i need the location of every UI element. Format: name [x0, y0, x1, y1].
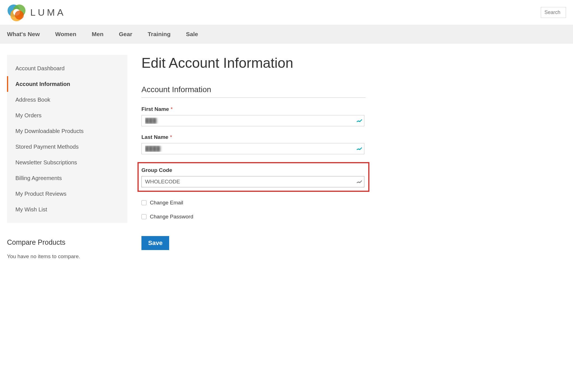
svg-point-4 — [15, 11, 24, 20]
page-title: Edit Account Information — [141, 55, 365, 71]
nav-sale[interactable]: Sale — [186, 25, 198, 44]
search-input[interactable] — [541, 7, 566, 18]
brand-name: LUMA — [30, 7, 66, 18]
save-button[interactable]: Save — [141, 236, 169, 250]
last-name-field: Last Name* — [141, 134, 365, 154]
nav-whats-new[interactable]: What's New — [7, 25, 40, 44]
sidebar-item-newsletter[interactable]: Newsletter Subscriptions — [7, 155, 127, 170]
autofill-icon — [356, 146, 363, 151]
change-email-checkbox[interactable] — [141, 200, 146, 205]
autofill-icon — [356, 179, 363, 184]
sidebar-nav: Account Dashboard Account Information Ad… — [7, 55, 127, 223]
first-name-field: First Name* — [141, 106, 365, 126]
nav-training[interactable]: Training — [148, 25, 171, 44]
nav-women[interactable]: Women — [55, 25, 76, 44]
sidebar-item-payment-methods[interactable]: Stored Payment Methods — [7, 139, 127, 155]
luma-logo-icon — [7, 3, 26, 22]
change-password-checkbox[interactable] — [141, 214, 146, 219]
sidebar-item-wishlist[interactable]: My Wish List — [7, 202, 127, 217]
compare-products-block: Compare Products You have no items to co… — [7, 238, 127, 260]
group-code-highlight: Group Code — [138, 162, 369, 192]
section-title: Account Information — [141, 85, 365, 98]
sidebar-item-orders[interactable]: My Orders — [7, 108, 127, 123]
required-mark: * — [170, 134, 172, 140]
sidebar-item-account-info[interactable]: Account Information — [7, 76, 127, 92]
sidebar-item-reviews[interactable]: My Product Reviews — [7, 186, 127, 202]
sidebar-item-downloadable[interactable]: My Downloadable Products — [7, 123, 127, 139]
main-content: Account Dashboard Account Information Ad… — [0, 44, 573, 271]
group-code-label: Group Code — [141, 167, 365, 173]
site-header: LUMA — [0, 0, 573, 25]
sidebar-item-address-book[interactable]: Address Book — [7, 92, 127, 108]
change-email-label: Change Email — [150, 200, 183, 206]
compare-title: Compare Products — [7, 238, 127, 246]
nav-men[interactable]: Men — [92, 25, 103, 44]
nav-gear[interactable]: Gear — [119, 25, 132, 44]
compare-message: You have no items to compare. — [7, 253, 127, 260]
change-password-row: Change Password — [141, 214, 365, 220]
first-name-input[interactable] — [141, 115, 364, 126]
sidebar-item-billing[interactable]: Billing Agreements — [7, 170, 127, 186]
last-name-label: Last Name* — [141, 134, 365, 140]
change-email-row: Change Email — [141, 200, 365, 206]
group-code-input[interactable] — [141, 176, 364, 187]
autofill-icon — [356, 118, 363, 123]
required-mark: * — [171, 106, 173, 112]
group-code-field: Group Code — [141, 167, 365, 187]
first-name-label: First Name* — [141, 106, 365, 112]
account-sidebar: Account Dashboard Account Information Ad… — [7, 55, 127, 260]
last-name-input[interactable] — [141, 143, 364, 154]
sidebar-item-dashboard[interactable]: Account Dashboard — [7, 60, 127, 76]
logo[interactable]: LUMA — [7, 3, 66, 22]
content-area: Edit Account Information Account Informa… — [141, 55, 365, 260]
change-password-label: Change Password — [150, 214, 193, 220]
main-nav: What's New Women Men Gear Training Sale — [0, 25, 573, 44]
